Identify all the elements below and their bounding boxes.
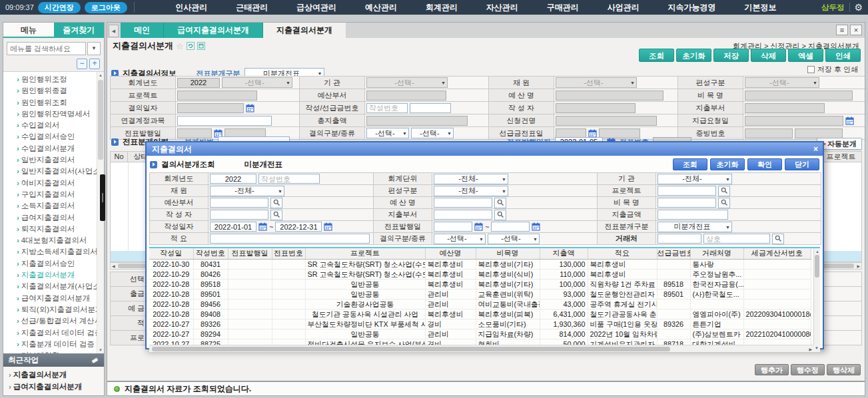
scroll-thumb[interactable] [98, 80, 103, 160]
text-input[interactable] [657, 234, 701, 244]
sidebar-item[interactable]: ›수입결의서 [3, 120, 104, 131]
sidebar-item[interactable]: ›지출결의서분개 [3, 270, 104, 281]
extend-session-button[interactable]: 시간연장 [38, 2, 81, 13]
recent-work-item[interactable]: ›급여지출결의서분개 [3, 381, 104, 393]
delete-button[interactable]: 삭제 [751, 49, 786, 62]
table-row[interactable]: 2022-10-2889408철도기관 공동사옥 시설관리 사업복리후생비복리후… [149, 309, 811, 319]
text-input[interactable] [258, 174, 320, 184]
sidebar-item[interactable]: ›지출결의서 데이터 검증 [3, 327, 104, 339]
grid-column-header[interactable]: 프로젝트 [305, 248, 425, 259]
sidebar-item[interactable]: ›일반지출결의서 [3, 154, 104, 166]
topmenu-item-0[interactable]: 인사관리 [175, 2, 207, 13]
grid-column-header[interactable]: 비목명 [476, 248, 540, 259]
text-input[interactable] [210, 234, 370, 244]
expand-all-button[interactable]: + [89, 59, 100, 69]
sidebar-item[interactable]: ›4대보험지출결의서 [3, 235, 104, 246]
reset-button[interactable]: 초기화 [710, 158, 745, 170]
text-input[interactable] [556, 91, 663, 100]
search-icon[interactable] [718, 198, 730, 208]
sidebar-item[interactable]: ›일반지출결의서(사업소) [3, 166, 104, 177]
close-button[interactable]: 닫기 [785, 158, 819, 170]
text-input[interactable] [275, 222, 322, 232]
logout-button[interactable]: 로그아웃 [85, 2, 127, 13]
sidebar-item[interactable]: ›지출결의서분개(사업소) [3, 281, 104, 292]
select[interactable]: -전체-▼ [434, 174, 508, 184]
topmenu-item-7[interactable]: 사업관리 [608, 2, 640, 13]
tab-close-icon[interactable]: × [850, 25, 862, 35]
sidebar-item[interactable]: ›원인행위조회 [3, 97, 104, 108]
grid-column-header[interactable]: 작성번호 [193, 248, 228, 259]
text-input[interactable] [491, 222, 530, 232]
text-input[interactable] [657, 186, 716, 196]
text-input[interactable] [210, 222, 256, 232]
table-row[interactable]: 2022-10-2980426SR 고속철도차량(SRT) 청소사업(수도권)복… [149, 269, 811, 279]
calendar-icon[interactable] [246, 104, 254, 112]
text-input[interactable] [434, 210, 492, 220]
table-row[interactable]: 2022-10-2889518일반공통복리후생비복리후생비(기타)100,000… [149, 279, 811, 289]
sidebar-item[interactable]: ›원인행위잔액명세서 [3, 108, 104, 120]
table-row[interactable]: 2022-10-2889456기술환경사업공통관리비여비교통비(국내출장)43,… [149, 299, 811, 309]
select[interactable]: -전체-▼ [657, 174, 732, 184]
tab-list-icon[interactable]: ≡ [836, 25, 848, 35]
text-input[interactable] [703, 234, 770, 244]
sidebar-item[interactable]: ›원인행위종결 [3, 85, 104, 97]
grid-column-header[interactable]: 세금계산서번호 [743, 248, 811, 259]
sidebar-collapse-handle[interactable] [100, 174, 105, 221]
scroll-right-icon[interactable]: ▶ [809, 347, 813, 351]
topmenu-item-5[interactable]: 자산관리 [486, 2, 518, 13]
text-input[interactable] [210, 198, 268, 208]
gear-icon[interactable]: ⚙ [854, 2, 863, 13]
grid-column-header[interactable]: 전표발행일 [228, 248, 272, 259]
text-input[interactable] [366, 116, 468, 126]
reset-button[interactable]: 초기화 [676, 49, 711, 62]
text-input[interactable] [556, 103, 636, 113]
favorite-star-icon[interactable]: ☆ [176, 41, 184, 51]
calendar-icon[interactable] [324, 222, 332, 231]
save-button[interactable]: 저장 [713, 49, 749, 62]
topmenu-item-8[interactable]: 지속가능경영 [668, 2, 716, 13]
refresh-icon[interactable] [187, 42, 195, 50]
sidebar-item[interactable]: ›여비지출결의서 [3, 178, 104, 189]
select[interactable]: -선택-▼ [556, 77, 637, 88]
calendar-icon[interactable] [474, 222, 483, 231]
text-input[interactable] [556, 116, 657, 126]
text-input[interactable] [210, 210, 268, 220]
menu-search-input[interactable] [7, 42, 86, 55]
select[interactable]: -선택-▼ [488, 234, 540, 244]
close-icon[interactable]: × [813, 142, 818, 156]
scroll-thumb[interactable] [152, 347, 670, 351]
grid-vscrollbar[interactable]: ▲ [813, 248, 820, 345]
scroll-down-icon[interactable]: ▼ [97, 348, 104, 352]
add-row-button[interactable]: 행추가 [755, 364, 789, 375]
document-tab-2[interactable]: 지출결의서분개 [263, 23, 346, 38]
confirm-button[interactable]: 확인 [747, 158, 782, 170]
select[interactable]: -선택-▼ [366, 77, 448, 88]
collapse-all-button[interactable]: − [77, 59, 87, 69]
text-input[interactable] [745, 116, 843, 126]
sidebar-item[interactable]: ›지출분개 데이터 검증 [3, 339, 104, 350]
grid-column-header[interactable]: 예산명 [425, 248, 476, 259]
scroll-right-icon[interactable]: ▶ [855, 264, 861, 268]
search-icon[interactable] [270, 198, 282, 208]
topmenu-item-2[interactable]: 급상여관리 [296, 2, 336, 13]
excel-button[interactable]: 엑셀 [788, 49, 823, 62]
edit-row-button[interactable]: 행수정 [791, 364, 825, 375]
sidebar-item[interactable]: ›미분개현황 [3, 350, 104, 353]
calendar-icon[interactable] [258, 222, 267, 231]
text-input[interactable] [177, 103, 244, 113]
sidebar-item[interactable]: ›소득지출결의서 [3, 200, 104, 212]
print-button[interactable]: 인쇄 [825, 49, 861, 62]
search-icon[interactable] [772, 234, 784, 244]
text-input[interactable] [434, 222, 472, 232]
grid-column-header[interactable]: 거래처명 [690, 248, 743, 259]
sidebar-tab-menu[interactable]: 메뉴 [3, 23, 54, 37]
sidebar-item[interactable]: ›퇴직(외)지출결의서분개 [3, 304, 104, 315]
grid-column-header[interactable]: 전표번호 [272, 248, 305, 259]
topmenu-item-3[interactable]: 예산관리 [365, 2, 397, 13]
calendar-icon[interactable] [845, 116, 854, 125]
topmenu-item-1[interactable]: 근태관리 [236, 2, 268, 13]
select[interactable]: 미분개전표▼ [657, 222, 732, 232]
dialog-titlebar[interactable]: 지출결의서 × [147, 142, 823, 156]
grid-column-header[interactable]: 지출액 [540, 248, 588, 259]
select[interactable]: -전체-▼ [434, 186, 508, 196]
